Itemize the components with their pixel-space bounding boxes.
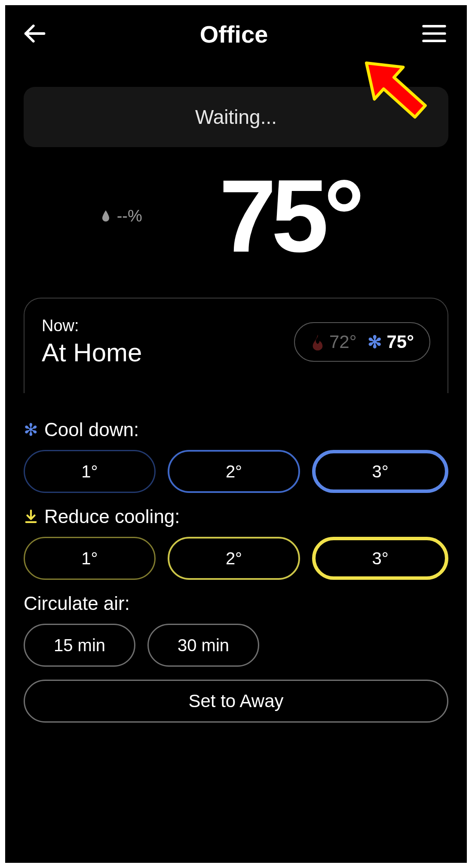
snowflake-icon: ✻ bbox=[24, 420, 38, 440]
current-temperature: 75° bbox=[219, 164, 448, 268]
hamburger-icon bbox=[422, 25, 447, 43]
app-frame: Office Waiting... --% 75° bbox=[5, 5, 467, 863]
circulate-row: 15 min 30 min bbox=[24, 624, 448, 667]
page-title: Office bbox=[200, 20, 268, 48]
heat-setpoint-value: 72° bbox=[329, 332, 357, 352]
circulate-section: Circulate air: 15 min 30 min bbox=[24, 593, 448, 667]
reduce-cooling-row: 1° 2° 3° bbox=[24, 537, 448, 580]
cool-down-label: Cool down: bbox=[44, 419, 139, 440]
circulate-15[interactable]: 15 min bbox=[24, 624, 135, 667]
droplet-icon bbox=[101, 209, 111, 222]
temperature-readout: --% 75° bbox=[24, 156, 448, 276]
reduce-cooling-header: Reduce cooling: bbox=[24, 506, 448, 527]
schedule-info: Now: At Home bbox=[42, 317, 142, 367]
flame-icon bbox=[310, 333, 325, 351]
status-text: Waiting... bbox=[195, 105, 277, 129]
cool-down-header: ✻ Cool down: bbox=[24, 419, 448, 440]
reduce-cooling-label: Reduce cooling: bbox=[44, 506, 180, 527]
status-banner: Waiting... bbox=[24, 87, 448, 147]
reduce-cooling-section: Reduce cooling: 1° 2° 3° bbox=[24, 506, 448, 580]
reduce-cooling-1[interactable]: 1° bbox=[24, 537, 156, 580]
humidity: --% bbox=[24, 207, 219, 225]
set-away-button[interactable]: Set to Away bbox=[24, 680, 448, 723]
reduce-cooling-3[interactable]: 3° bbox=[312, 537, 448, 580]
menu-button[interactable] bbox=[422, 25, 449, 44]
schedule-now-label: Now: bbox=[42, 317, 142, 335]
reduce-cooling-2[interactable]: 2° bbox=[168, 537, 300, 580]
cool-setpoint: ✻ 75° bbox=[368, 332, 414, 352]
humidity-value: --% bbox=[117, 207, 142, 225]
cool-down-3[interactable]: 3° bbox=[312, 450, 448, 493]
back-button[interactable] bbox=[23, 22, 46, 47]
cool-down-section: ✻ Cool down: 1° 2° 3° bbox=[24, 419, 448, 493]
cool-down-2[interactable]: 2° bbox=[168, 450, 300, 493]
circulate-30[interactable]: 30 min bbox=[147, 624, 259, 667]
arrow-down-to-line-icon bbox=[24, 509, 38, 524]
arrow-left-icon bbox=[23, 22, 46, 45]
circulate-header: Circulate air: bbox=[24, 593, 448, 614]
setpoint-pill[interactable]: 72° ✻ 75° bbox=[294, 322, 430, 362]
schedule-name: At Home bbox=[42, 338, 142, 367]
snowflake-icon: ✻ bbox=[368, 332, 382, 352]
away-section: Set to Away bbox=[24, 680, 448, 723]
header: Office bbox=[6, 6, 466, 57]
schedule-card[interactable]: Now: At Home 72° ✻ 75° bbox=[24, 298, 448, 393]
heat-setpoint: 72° bbox=[310, 332, 357, 352]
cool-down-row: 1° 2° 3° bbox=[24, 450, 448, 493]
circulate-label: Circulate air: bbox=[24, 593, 130, 614]
cool-down-1[interactable]: 1° bbox=[24, 450, 156, 493]
cool-setpoint-value: 75° bbox=[386, 332, 414, 352]
